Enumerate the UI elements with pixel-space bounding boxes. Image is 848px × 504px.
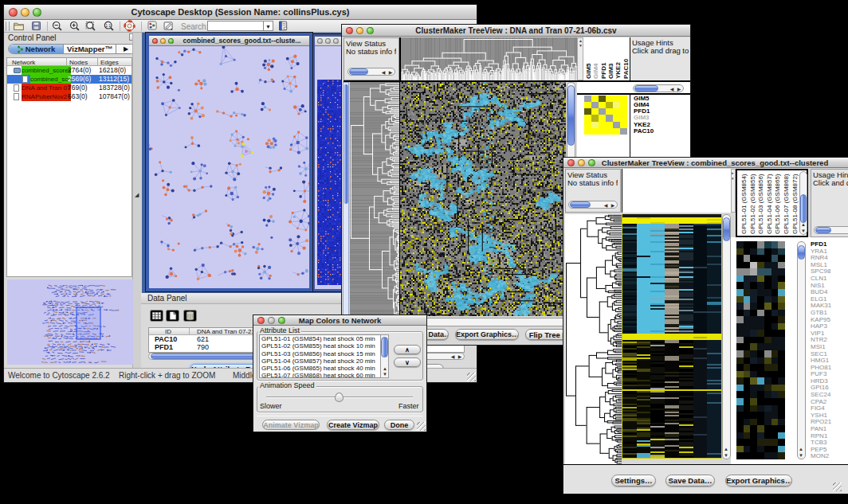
network-table-row[interactable]: DNA and Tran 07-21-06b.csv769(0)183728(0… [7, 84, 132, 92]
usage-hints-scrollbar[interactable] [814, 226, 848, 234]
tab-network[interactable]: Network [9, 45, 64, 53]
tv2-heatmap-vscrollbar[interactable]: ▲ ▼ [722, 214, 731, 459]
scroll-left-icon[interactable]: ◀ [603, 203, 609, 208]
search-dropdown-button[interactable]: ▼ [264, 21, 273, 31]
network-manager-icon[interactable] [147, 20, 158, 31]
main-titlebar[interactable]: Cytoscape Desktop (Session Name: collins… [4, 5, 477, 20]
tv1-similarity-matrix[interactable] [584, 96, 627, 135]
network-table-row[interactable]: combined_scores_good.txt--clustered2569(… [7, 75, 132, 84]
search-index-icon[interactable] [277, 20, 289, 32]
resize-grip[interactable] [833, 483, 842, 491]
birdseye-overview[interactable] [7, 279, 133, 365]
attribute-list-item[interactable]: GPL51-07 (GSM868) heat shock 60 min [261, 372, 380, 378]
attribute-list-item[interactable]: GPL51-04 (GSM857) heat shock 20 min [261, 357, 380, 365]
zoom-button[interactable] [367, 27, 374, 34]
zoom-selected-icon[interactable] [84, 20, 96, 32]
col-nodes[interactable]: Nodes [69, 59, 88, 66]
tv2-export-graphics-button[interactable]: Export Graphics… [725, 475, 792, 486]
move-down-button[interactable]: ∨ [394, 357, 421, 367]
minimize-button[interactable] [268, 317, 275, 324]
close-button[interactable] [152, 38, 158, 44]
scroll-down-icon[interactable]: ▼ [798, 453, 804, 458]
scroll-right-icon[interactable]: ▶ [457, 354, 463, 359]
scroll-down-icon[interactable]: ▼ [723, 453, 729, 458]
tv1-gene-dendrogram[interactable] [350, 82, 399, 316]
zoom-button[interactable] [278, 317, 285, 324]
scroll-up-icon[interactable]: ▲ [723, 447, 729, 451]
scroll-down-icon[interactable]: ▼ [382, 372, 388, 377]
save-session-icon[interactable] [30, 20, 42, 32]
scroll-left-icon[interactable]: ◀ [450, 354, 456, 359]
minimize-button[interactable] [325, 38, 331, 44]
network-canvas[interactable] [149, 46, 309, 288]
tv2-gene-dendrogram[interactable] [565, 214, 622, 464]
scroll-right-icon[interactable]: ▶ [610, 203, 616, 208]
col-network[interactable]: Network [12, 59, 35, 66]
zoom-button[interactable] [168, 38, 174, 44]
attribute-list-scrollbar[interactable]: ▲ ▼ [380, 334, 389, 378]
network-table-row[interactable]: combined_scores_good.txt2764(0)16218(0) [7, 66, 132, 75]
tv1-export-graphics-button[interactable]: Export Graphics… [455, 329, 519, 340]
attribute-list-item[interactable]: GPL51-02 (GSM855) heat shock 10 min [261, 342, 380, 350]
search-input[interactable] [207, 21, 264, 31]
minimize-button[interactable] [160, 38, 166, 44]
scroll-right-icon[interactable]: ▶ [676, 87, 682, 92]
tv2-save-data-button[interactable]: Save Data… [665, 475, 715, 486]
data-table-icon[interactable] [150, 310, 163, 322]
close-button[interactable] [257, 317, 265, 324]
attribute-list-item[interactable]: GPL51-03 (GSM856) heat shock 15 min [261, 350, 380, 357]
animate-vizmap-button[interactable]: Animate Vizmap [262, 420, 320, 430]
network-table-row[interactable]: RNAPuberNov2+M563(0)107847(0) [7, 92, 132, 101]
resize-grip[interactable] [467, 373, 476, 381]
attribute-list-item[interactable]: GPL51-06 (GSM865) heat shock 40 min [261, 365, 380, 372]
tv2-zoom-vscrollbar[interactable]: ▲ ▼ [797, 241, 806, 459]
view-status-scrollbar[interactable]: ◀ ▶ [347, 68, 395, 76]
scroll-left-icon[interactable]: ◀ [669, 87, 675, 92]
tv2-column-labels-scrollbar[interactable]: ▲ ▼ [799, 171, 807, 235]
zoom-button[interactable] [588, 159, 595, 166]
create-vizmap-button[interactable]: Create Vizmap [327, 420, 379, 430]
minimize-button[interactable] [356, 27, 363, 34]
attribute-list-item[interactable]: GPL51-01 (GSM854) heat shock 05 min [261, 335, 380, 342]
delete-attribute-icon[interactable] [183, 310, 197, 322]
scroll-down-icon[interactable]: ▼ [800, 229, 807, 233]
scroll-right-icon[interactable]: ▶ [387, 70, 394, 75]
zoom-actual-size-icon[interactable]: 1:1 [103, 20, 115, 32]
tab-vizmapper[interactable]: VizMapper™ [64, 45, 116, 53]
help-icon[interactable] [124, 20, 135, 32]
move-up-button[interactable]: ∧ [394, 345, 421, 354]
close-button[interactable] [346, 27, 353, 34]
done-button[interactable]: Done [384, 420, 414, 430]
scroll-left-icon[interactable]: ◀ [380, 70, 387, 75]
close-button[interactable] [567, 159, 575, 166]
close-button[interactable] [9, 8, 18, 17]
toolbar-drag-handle[interactable] [6, 21, 10, 31]
network-canvas-dense[interactable] [317, 80, 344, 285]
animation-slider-thumb[interactable] [335, 393, 344, 402]
minimize-button[interactable] [578, 159, 585, 166]
resize-grip[interactable] [417, 422, 426, 431]
annotation-icon[interactable] [163, 20, 175, 32]
close-button[interactable] [317, 38, 323, 44]
scroll-up-icon[interactable]: ▲ [800, 222, 807, 227]
usage-hints-scrollbar[interactable]: ◀ ▶ [633, 84, 684, 92]
tv2-heatmap[interactable] [622, 214, 722, 459]
tv1-column-dendrogram[interactable] [401, 37, 577, 80]
tv2-settings-button[interactable]: Settings… [611, 475, 656, 486]
tv2-zoom-heatmap[interactable] [736, 241, 785, 459]
zoom-out-icon[interactable] [51, 20, 63, 32]
col-edges[interactable]: Edges [100, 59, 119, 66]
netwin1-titlebar[interactable]: combined_scores_good.txt--cluste... [149, 36, 309, 46]
minimize-button[interactable] [21, 8, 29, 17]
scroll-up-icon[interactable]: ▲ [382, 366, 388, 371]
scroll-up-icon[interactable]: ▲ [798, 447, 804, 451]
tv2-titlebar[interactable]: ClusterMaker TreeView : combined_scores_… [563, 158, 848, 168]
zoom-in-icon[interactable] [69, 20, 80, 32]
tv1-gene-tree-scrollbar[interactable] [343, 82, 349, 341]
tv1-dendro-scrollbar[interactable]: ▲ ▼ [577, 37, 583, 80]
dp-col-id[interactable]: ID [165, 328, 171, 335]
tv1-heatmap[interactable] [400, 82, 566, 316]
attribute-list[interactable]: GPL51-01 (GSM854) heat shock 05 minGPL51… [259, 334, 381, 378]
tv1-titlebar[interactable]: ClusterMaker TreeView : DNA and Tran 07-… [342, 25, 690, 37]
zoom-button[interactable] [33, 8, 41, 17]
